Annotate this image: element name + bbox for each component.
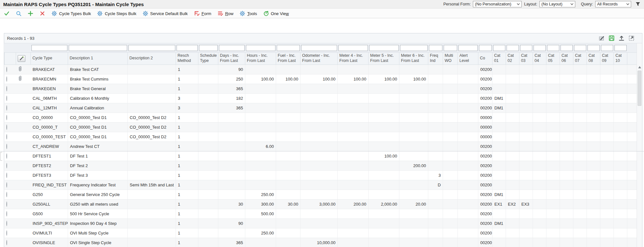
table-row[interactable]: BRAKECATBrake Test CAT19000200 (4, 64, 637, 74)
table-row[interactable]: CO_00000_TCO_00000_Test D1CO_00000_Test … (4, 122, 637, 132)
table-row[interactable]: OVIMULTIOVI Multi Step Cycle1250.0000200 (4, 228, 637, 238)
table-row[interactable]: CO_00000_TESTCO_00000_Test D1CO_00000_Te… (4, 132, 637, 141)
qbe-input-cat10[interactable] (614, 45, 627, 51)
column-header-cat06[interactable]: Cat 06 (560, 52, 573, 64)
paperclip-icon[interactable] (18, 75, 22, 81)
table-row[interactable]: DFTEST3DF Test 31300200 (4, 170, 637, 180)
column-header-meter5[interactable]: Meter 5 - Inc. From Last (369, 52, 399, 64)
column-header-cat02[interactable]: Cat 02 (506, 52, 519, 64)
row-select-radio[interactable] (6, 96, 7, 101)
qbe-input-desc2[interactable] (128, 45, 175, 51)
qbe-input-hours[interactable] (246, 45, 275, 51)
column-header-meter6[interactable]: Meter 6 - Inc. From Last (399, 52, 428, 64)
row-select-radio[interactable] (6, 192, 7, 197)
column-header-desc2[interactable]: Description 2 (128, 52, 176, 64)
qbe-input-alertLevel[interactable] (458, 45, 478, 51)
qbe-input-odometer[interactable] (301, 45, 337, 51)
table-row[interactable]: CT_ANDREWAndrew Test CT16.0000200 (4, 141, 637, 151)
row-select-radio[interactable] (6, 240, 7, 245)
qbe-input-cat01[interactable] (493, 45, 505, 51)
row-select-radio[interactable] (6, 115, 7, 120)
column-header-freqInd[interactable]: Freq Ind (428, 52, 443, 64)
qbe-input-schedType[interactable] (199, 45, 218, 51)
scroll-up-button[interactable] (637, 64, 642, 70)
table-row[interactable]: G250ALLG250 with all meters used130300.0… (4, 199, 637, 209)
table-row[interactable]: DFTEST2DF Test 21200.0000200 (4, 161, 637, 170)
table-row[interactable]: DFTEST1DF Test 11100.0000200 (4, 151, 637, 161)
column-header-odometer[interactable]: Odometer - Inc. From Last (300, 52, 338, 64)
ok-button[interactable] (4, 11, 10, 16)
row-select-radio[interactable] (6, 144, 7, 149)
tools-button[interactable]: Tools (239, 11, 257, 16)
grid-personalize-icon[interactable] (598, 35, 605, 41)
grid-import-icon[interactable] (618, 35, 625, 41)
row-select-radio[interactable] (6, 221, 7, 226)
qbe-input-freqInd[interactable] (429, 45, 442, 51)
qbe-input-cat08[interactable] (587, 45, 600, 51)
column-header-cat08[interactable]: Cat 08 (587, 52, 600, 64)
qbe-input-co[interactable] (479, 45, 492, 51)
row-select-radio[interactable] (6, 163, 7, 168)
row-select-radio[interactable] (6, 230, 7, 236)
row-select-radio[interactable] (6, 173, 7, 178)
row-button[interactable]: Row (217, 11, 233, 16)
column-header-desc1[interactable]: Description 1 (68, 52, 128, 64)
table-row[interactable]: BRAKEGENBrake Test General136500200 (4, 84, 637, 93)
column-header-cat09[interactable]: Cat 09 (600, 52, 614, 64)
table-row[interactable]: G250General Service 250 Cycle1250.000020… (4, 190, 637, 199)
column-header-cat07[interactable]: Cat 07 (573, 52, 587, 64)
delete-button[interactable] (39, 11, 45, 16)
personal-form-select[interactable]: (No Personalization) (473, 1, 522, 7)
row-select-radio[interactable] (6, 211, 7, 217)
column-header-hours[interactable]: Hours - Inc. From Last (245, 52, 276, 64)
scrollbar-track[interactable] (637, 70, 642, 247)
column-header-cat03[interactable]: Cat 03 (519, 52, 533, 64)
column-header-schedType[interactable]: Schedule Type (198, 52, 218, 64)
table-row[interactable]: BRAKECMNBrake Test Cummins1250100.00100.… (4, 74, 637, 84)
column-header-cat10[interactable]: Cat 10 (614, 52, 627, 64)
table-row[interactable]: CO_00000CO_00000_Test D1CO_00000_Test D2… (4, 113, 637, 122)
table-row[interactable]: CAL_12MTHAnnual Calibration336500200DM1 (4, 103, 637, 113)
qbe-input-cat09[interactable] (601, 45, 613, 51)
qbe-input-meter5[interactable] (369, 45, 399, 51)
query-select[interactable]: All Records (595, 1, 631, 7)
cycle-steps-bulk-button[interactable]: Cycle Steps Bulk (97, 11, 136, 16)
scrollbar-thumb[interactable] (638, 71, 641, 106)
one-view-button[interactable]: One View (263, 11, 289, 16)
table-row[interactable]: G500500 Hr Service Cycle1500.0000200 (4, 209, 637, 218)
qbe-input-cycleType[interactable] (31, 45, 67, 51)
row-select-radio[interactable] (6, 86, 7, 91)
row-select-radio[interactable] (6, 134, 7, 140)
qbe-input-cat05[interactable] (547, 45, 559, 51)
column-header-meter4[interactable]: Meter 4 - Inc. From Last (338, 52, 369, 64)
column-header-cycleType[interactable]: Cycle Type (31, 52, 68, 64)
column-header-resch[interactable]: Resch Method (176, 52, 198, 64)
column-header-fuel[interactable]: Fuel - Inc. From Last (276, 52, 300, 64)
qbe-input-resch[interactable] (177, 45, 198, 51)
column-header-co[interactable]: Co (478, 52, 492, 64)
find-button[interactable] (16, 11, 22, 16)
column-header-cat04[interactable]: Cat 04 (533, 52, 546, 64)
table-row[interactable]: OVISINGLEOVI Single Step Cycle136510,000… (4, 238, 637, 247)
row-select-radio[interactable] (6, 67, 7, 72)
row-select-radio[interactable] (6, 105, 7, 111)
row-select-radio[interactable] (6, 201, 7, 207)
grid-maximize-icon[interactable] (628, 35, 635, 41)
column-header-cat05[interactable]: Cat 05 (546, 52, 560, 64)
qbe-input-cat07[interactable] (574, 45, 586, 51)
layout-select[interactable]: (No Layout) (539, 1, 575, 7)
column-header-days[interactable]: Days - Inc. From Last (218, 52, 245, 64)
vertical-scrollbar[interactable] (637, 43, 642, 247)
row-select-radio[interactable] (6, 153, 7, 159)
qbe-input-meter4[interactable] (338, 45, 368, 51)
qbe-input-fuel[interactable] (277, 45, 300, 51)
column-header-cat01[interactable]: Cat 01 (492, 52, 506, 64)
grid-format-button[interactable] (18, 55, 25, 62)
qbe-input-cat03[interactable] (520, 45, 532, 51)
add-button[interactable] (28, 11, 33, 16)
qbe-input-multiWO[interactable] (444, 45, 457, 51)
form-button[interactable]: Form (194, 11, 211, 16)
column-header-multiWO[interactable]: Multi WO (443, 52, 458, 64)
query-filter-funnel-icon[interactable] (635, 1, 641, 7)
row-select-radio[interactable] (6, 76, 7, 82)
